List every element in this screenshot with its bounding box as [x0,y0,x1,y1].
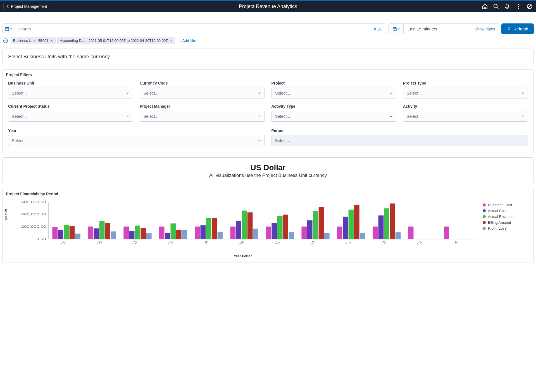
svg-line-6 [528,5,531,8]
svg-rect-56 [253,229,258,239]
legend-dot [483,203,486,206]
svg-rect-70 [337,227,342,239]
svg-rect-59 [271,223,277,239]
period-select: Select... [271,135,528,146]
svg-rect-38 [146,233,152,239]
svg-rect-76 [373,227,378,239]
svg-rect-48 [206,218,211,239]
chevron-down-icon [397,28,400,30]
chevron-down-icon [258,139,261,142]
svg-rect-66 [313,211,318,239]
filter-select[interactable]: Select... [271,88,396,98]
year-select[interactable]: Select... [8,135,265,146]
svg-text:2021-11: 2021-11 [267,241,281,244]
svg-rect-24 [64,225,69,239]
chart-title: Project Financials by Period [6,192,530,197]
refresh-icon [507,27,511,31]
page-title: Project Revenue Analytics [239,4,297,9]
svg-rect-60 [277,216,283,239]
add-filter-link[interactable]: + Add filter [177,37,200,44]
filter-select[interactable]: Select... [140,88,265,98]
chevron-left-icon [6,4,9,8]
chart-legend: Budgeted CostActual CostActual RevenueBi… [483,199,530,258]
saved-query-button[interactable] [3,24,14,34]
svg-rect-23 [58,230,63,239]
close-icon[interactable]: ✕ [170,39,173,43]
svg-rect-53 [236,221,241,239]
svg-rect-43 [176,230,182,239]
search-input[interactable] [14,24,370,34]
time-picker: Last 15 minutes Show dates [388,23,499,34]
svg-point-0 [494,4,497,8]
svg-rect-26 [75,234,80,239]
disabled-circle-icon[interactable] [527,3,533,9]
field-label: Project [271,81,396,85]
home-icon[interactable] [482,3,488,9]
refresh-button[interactable]: Refresh [501,23,534,34]
period-label: Period [271,128,528,133]
svg-rect-41 [165,233,170,239]
svg-rect-61 [283,215,288,239]
filter-toggle-icon[interactable] [2,37,9,44]
svg-rect-40 [159,227,165,239]
svg-rect-58 [266,227,271,239]
filter-select[interactable]: Select... [140,111,265,122]
bell-icon[interactable] [504,3,510,9]
svg-rect-9 [393,28,396,31]
field-label: Current Project Status [8,104,133,109]
legend-item[interactable]: Budgeted Cost [483,203,530,207]
svg-text:2021-12: 2021-12 [303,241,316,244]
calendar-button[interactable] [389,24,404,34]
chevron-down-icon [126,115,129,118]
svg-text:2021-05: 2021-05 [54,241,67,244]
search-icon[interactable] [493,3,499,9]
svg-rect-37 [140,228,146,239]
svg-rect-52 [230,227,236,239]
svg-rect-77 [378,215,384,239]
time-range-value[interactable]: Last 15 minutes [404,24,471,34]
kebab-menu-icon[interactable] [515,3,521,9]
info-message: Select Business Units with the same curr… [8,54,528,60]
project-filters-title: Project Filters [3,70,533,77]
svg-rect-35 [129,231,135,239]
legend-dot [483,209,486,212]
chevron-down-icon [126,92,129,95]
filter-select[interactable]: Select... [271,111,396,122]
year-label: Year [8,128,265,133]
kql-toggle[interactable]: KQL [370,24,386,34]
svg-text:600,000.00: 600,000.00 [21,200,46,204]
svg-rect-36 [135,226,140,239]
chevron-down-icon [258,92,261,95]
filter-select[interactable]: Select... [8,111,133,122]
show-dates-link[interactable]: Show dates [471,24,499,34]
legend-dot [483,221,486,224]
svg-line-1 [497,7,499,9]
chevron-down-icon [521,92,524,95]
svg-point-2 [518,4,519,5]
legend-item[interactable]: Billing Amount [483,220,530,225]
top-bar: Project Management Project Revenue Analy… [0,0,536,12]
svg-rect-49 [212,218,217,239]
filter-pill[interactable]: Business Unit: US001 ✕ [11,37,56,44]
filter-select[interactable]: Select... [403,111,528,122]
chevron-down-icon [10,28,12,30]
svg-rect-78 [384,208,389,239]
svg-rect-68 [324,233,330,239]
bar-chart: 0.00200,000.00400,000.00600,000.002021-0… [6,199,480,244]
svg-point-3 [518,6,519,7]
back-button[interactable]: Project Management [3,3,50,10]
query-bar: KQL [2,23,386,34]
close-icon[interactable]: ✕ [50,39,53,43]
filter-select[interactable]: Select... [403,88,528,98]
svg-rect-67 [319,207,324,239]
filter-pill[interactable]: Accounting Date: 2021-05-01T12:00:00Z to… [57,37,175,44]
filter-select[interactable]: Select... [8,88,133,98]
svg-rect-72 [349,210,354,239]
svg-rect-8 [6,27,8,28]
legend-item[interactable]: Actual Cost [483,209,530,213]
legend-item[interactable]: Profit (Loss) [483,226,530,230]
legend-item[interactable]: Actual Revenue [483,215,530,219]
svg-rect-80 [396,232,401,239]
svg-rect-30 [99,221,105,239]
svg-text:2022-02: 2022-02 [374,241,388,244]
